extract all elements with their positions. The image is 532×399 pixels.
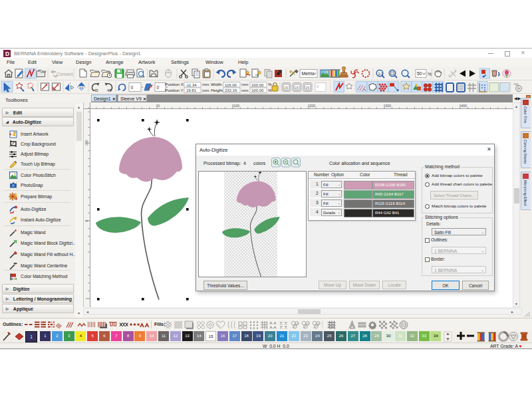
svg-text:Metric: Metric (302, 71, 315, 76)
svg-text:%: % (268, 82, 272, 86)
svg-text:400: 400 (461, 104, 467, 108)
svg-text:45: 45 (94, 88, 98, 92)
svg-text:116.00: 116.00 (225, 83, 237, 87)
svg-text:%: % (268, 88, 272, 92)
svg-text:200: 200 (309, 104, 315, 108)
svg-text:19.81: 19.81 (186, 88, 197, 92)
svg-text:Position Y:: Position Y: (165, 88, 184, 92)
svg-text:mm: mm (241, 88, 248, 92)
svg-text:300: 300 (385, 104, 391, 108)
svg-text:232.16: 232.16 (225, 88, 237, 92)
svg-text:mm: mm (202, 88, 209, 92)
svg-text:100.00: 100.00 (251, 88, 264, 92)
svg-text:mm: mm (241, 82, 248, 86)
svg-text:0: 0 (131, 85, 134, 90)
svg-text:Convert: Convert (57, 72, 73, 76)
svg-text:15: 15 (305, 86, 309, 90)
svg-text:15: 15 (284, 86, 288, 90)
svg-text:%: % (428, 72, 432, 76)
svg-text:100: 100 (84, 140, 88, 146)
svg-text:0: 0 (84, 219, 88, 221)
svg-text:1:1: 1:1 (378, 72, 384, 76)
svg-text:mm: mm (202, 82, 209, 86)
svg-text:Position X:: Position X: (165, 82, 185, 86)
svg-text:0: 0 (317, 84, 319, 88)
svg-text:100: 100 (233, 104, 239, 108)
svg-text:15: 15 (295, 86, 299, 90)
svg-text:45: 45 (107, 88, 112, 92)
svg-text:-11.34: -11.34 (186, 83, 197, 87)
svg-text:Height:: Height: (211, 88, 224, 92)
svg-text:Width:: Width: (211, 82, 223, 86)
svg-text:0: 0 (157, 85, 160, 90)
svg-text:0: 0 (158, 104, 160, 108)
svg-text:50: 50 (417, 71, 422, 76)
svg-text:100.00: 100.00 (251, 83, 264, 87)
